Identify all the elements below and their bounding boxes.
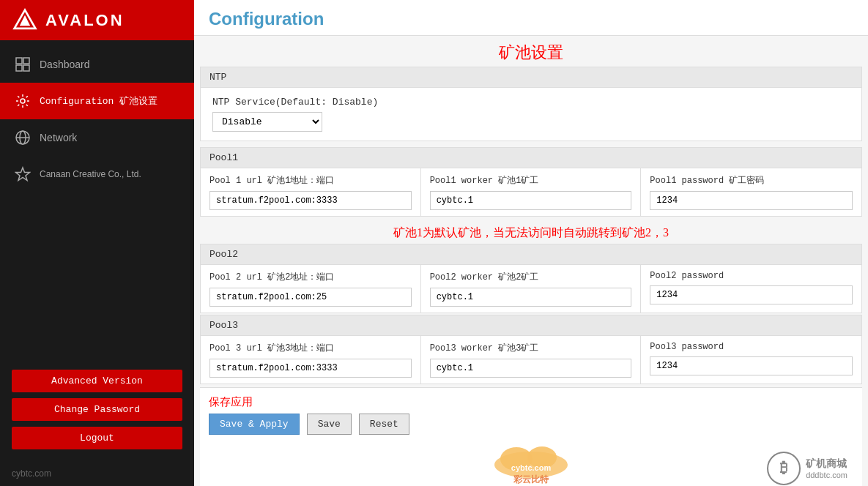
sidebar-footer-text: cybtc.com [12,468,51,479]
page-title: Configuration [209,9,853,29]
pool2-section: Pool2 Pool 2 url 矿池2地址：端口 Pool2 worker 矿… [200,244,862,313]
action-buttons: Save & Apply Save Reset [209,414,853,435]
sidebar-item-canaan[interactable]: Canaan Creative Co., Ltd. [0,156,194,192]
pool1-worker-field: Pool1 worker 矿池1矿工 [421,168,642,216]
pool1-url-label: Pool 1 url 矿池1地址：端口 [209,174,412,187]
sidebar-item-configuration[interactable]: Configuration 矿池设置 [0,83,194,119]
reset-button[interactable]: Reset [359,414,409,435]
miner-mall-text: 矿机商城 dddbtc.com [806,457,847,479]
pool1-url-input[interactable] [209,191,412,210]
pool2-worker-input[interactable] [430,288,632,307]
pool1-url-field: Pool 1 url 矿池1地址：端口 [201,168,421,216]
save-note: 保存应用 [209,395,853,409]
network-icon [15,130,31,146]
miner-mall-watermark: ₿ 矿机商城 dddbtc.com [766,451,847,486]
save-apply-button[interactable]: Save & Apply [209,414,300,435]
pool3-url-input[interactable] [209,359,412,378]
avalon-logo-icon [12,7,38,34]
pool2-worker-label: Pool2 worker 矿池2矿工 [430,271,632,283]
pool-annotation: 矿池1为默认矿池，当无法访问时自动跳转到矿池2，3 [200,218,862,244]
sidebar-item-canaan-label: Canaan Creative Co., Ltd. [40,169,141,179]
pool3-password-label: Pool3 password [650,342,853,352]
pool2-password-input[interactable] [650,285,853,304]
pool2-url-field: Pool 2 url 矿池2地址：端口 [201,265,421,313]
pool2-fields: Pool 2 url 矿池2地址：端口 Pool2 worker 矿池2矿工 P… [201,265,861,313]
pool3-password-field: Pool3 password [641,336,861,384]
pool3-worker-input[interactable] [430,359,632,378]
ntp-field-label: NTP Service(Default: Disable) [212,97,850,108]
ntp-section-header: NTP [201,67,861,88]
svg-rect-5 [23,65,29,71]
config-icon [15,93,31,109]
logo-text: AVALON [45,11,125,30]
sidebar-nav: Dashboard Configuration 矿池设置 Network Can… [0,40,194,358]
pool2-header: Pool2 [201,244,861,265]
ntp-service-select[interactable]: Disable Enable [212,112,322,132]
ntp-section: NTP NTP Service(Default: Disable) Disabl… [200,67,862,141]
watermark-bar: cybtc.com 彩云比特 ₿ 矿机商城 dddbtc.com [200,442,862,486]
ntp-section-body: NTP Service(Default: Disable) Disable En… [201,88,861,141]
pool2-password-field: Pool2 password [641,265,861,313]
pool3-password-input[interactable] [650,356,853,375]
pool3-url-field: Pool 3 url 矿池3地址：端口 [201,336,421,384]
action-bar: 保存应用 Save & Apply Save Reset [200,387,862,442]
pool2-password-label: Pool2 password [650,271,853,281]
svg-rect-2 [16,58,22,64]
svg-rect-3 [23,58,29,64]
sidebar-item-network-label: Network [40,132,77,143]
change-password-button[interactable]: Change Password [12,398,182,421]
sidebar-action-buttons: Advanced Version Change Password Logout [0,358,194,461]
main-content: Configuration 矿池设置 NTP NTP Service(Defau… [194,0,868,486]
pool3-worker-label: Pool3 worker 矿池3矿工 [430,342,632,354]
pool1-section: Pool1 Pool 1 url 矿池1地址：端口 Pool1 worker 矿… [200,147,862,217]
sidebar-item-dashboard-label: Dashboard [40,59,90,70]
sidebar: AVALON Dashboard Configuration 矿池设置 [0,0,194,486]
pool1-worker-input[interactable] [430,191,632,210]
dashboard-icon [15,56,31,72]
logo-area: AVALON [0,0,194,40]
pool2-url-input[interactable] [209,288,412,307]
pool3-fields: Pool 3 url 矿池3地址：端口 Pool3 worker 矿池3矿工 P… [201,336,861,384]
star-icon [15,166,31,182]
pool3-section: Pool3 Pool 3 url 矿池3地址：端口 Pool3 worker 矿… [200,315,862,384]
pool1-password-field: Pool1 password 矿工密码 [641,168,861,216]
sidebar-item-dashboard[interactable]: Dashboard [0,46,194,83]
cybtc-watermark: cybtc.com 彩云比特 [487,443,575,486]
svg-rect-4 [16,65,22,71]
advanced-version-button[interactable]: Advanced Version [12,370,182,392]
logout-button[interactable]: Logout [12,427,182,449]
svg-text:₿: ₿ [780,460,787,476]
pool3-url-label: Pool 3 url 矿池3地址：端口 [209,342,412,354]
bitcoin-circle-icon: ₿ [766,451,801,486]
watermark-title: 矿池设置 [200,36,862,67]
pool1-password-input[interactable] [650,191,853,210]
pool3-worker-field: Pool3 worker 矿池3矿工 [421,336,642,384]
pool1-worker-label: Pool1 worker 矿池1矿工 [430,174,632,187]
pool1-header: Pool1 [201,148,861,168]
svg-text:cybtc.com: cybtc.com [511,463,552,472]
pool1-fields: Pool 1 url 矿池1地址：端口 Pool1 worker 矿池1矿工 P… [201,168,861,216]
svg-marker-10 [16,168,30,181]
svg-point-6 [21,99,25,103]
save-button[interactable]: Save [307,414,352,435]
pool3-header: Pool3 [201,315,861,336]
pool2-url-label: Pool 2 url 矿池2地址：端口 [209,271,412,283]
sidebar-item-network[interactable]: Network [0,119,194,156]
pool2-worker-field: Pool2 worker 矿池2矿工 [421,265,642,313]
sidebar-item-configuration-label: Configuration 矿池设置 [40,94,157,108]
sidebar-footer: cybtc.com [0,461,194,486]
pool1-password-label: Pool1 password 矿工密码 [650,174,853,187]
